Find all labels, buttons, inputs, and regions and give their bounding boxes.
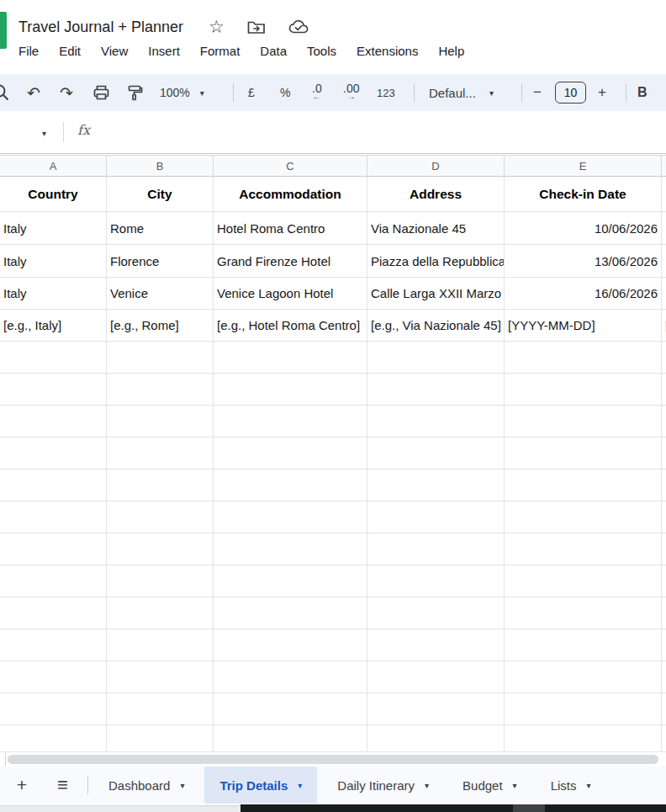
chevron-down-icon[interactable]: ▾ bbox=[586, 781, 590, 790]
cell-C14[interactable] bbox=[214, 597, 367, 629]
cell-E4[interactable]: 16/06/2026 bbox=[505, 278, 662, 310]
cell-C1[interactable]: Accommodation bbox=[214, 177, 367, 212]
cell-F9[interactable] bbox=[662, 438, 666, 470]
cell-C15[interactable] bbox=[214, 629, 367, 661]
cell-D17[interactable] bbox=[367, 693, 505, 725]
menu-item-view[interactable]: View bbox=[101, 44, 128, 58]
cell-A6[interactable] bbox=[0, 342, 107, 374]
cell-E3[interactable]: 13/06/2026 bbox=[505, 245, 662, 278]
cell-D11[interactable] bbox=[367, 502, 505, 533]
cell-E7[interactable] bbox=[505, 374, 662, 406]
cell-E16[interactable] bbox=[505, 661, 662, 693]
cell-A15[interactable] bbox=[0, 629, 107, 661]
cell-B15[interactable] bbox=[107, 629, 214, 661]
add-sheet-button[interactable]: + bbox=[12, 775, 32, 795]
cell-A8[interactable] bbox=[0, 406, 107, 438]
cell-D12[interactable] bbox=[367, 533, 505, 565]
cell-C16[interactable] bbox=[214, 661, 367, 693]
cell-C4[interactable]: Venice Lagoon Hotel bbox=[214, 278, 367, 310]
star-icon[interactable]: ☆ bbox=[209, 19, 225, 35]
font-size-input[interactable]: 10 bbox=[555, 82, 586, 103]
print-icon[interactable] bbox=[92, 74, 110, 111]
cell-E11[interactable] bbox=[505, 502, 662, 533]
cell-E13[interactable] bbox=[505, 565, 662, 597]
cell-C10[interactable] bbox=[214, 470, 367, 502]
cell-D1[interactable]: Address bbox=[367, 177, 505, 212]
cell-E15[interactable] bbox=[505, 629, 662, 661]
cell-C13[interactable] bbox=[214, 565, 367, 597]
sheet-tab-daily-itinerary[interactable]: Daily Itinerary▾ bbox=[324, 766, 442, 804]
decrease-decimals-button[interactable]: .0 ← bbox=[312, 74, 322, 111]
cell-C8[interactable] bbox=[214, 406, 367, 438]
column-header-A[interactable]: A bbox=[0, 155, 107, 177]
font-family-selector[interactable]: Defaul... ▾ bbox=[429, 74, 494, 111]
paint-format-icon[interactable] bbox=[125, 74, 143, 111]
cell-E9[interactable] bbox=[505, 438, 662, 470]
menu-item-insert[interactable]: Insert bbox=[148, 44, 180, 58]
all-sheets-menu-icon[interactable]: ≡ bbox=[50, 774, 74, 796]
cell-D14[interactable] bbox=[367, 597, 505, 629]
chevron-down-icon[interactable]: ▾ bbox=[298, 781, 302, 790]
number-format-button[interactable]: 123 bbox=[377, 74, 395, 111]
cell-F15[interactable] bbox=[662, 629, 666, 661]
cell-A12[interactable] bbox=[0, 533, 107, 565]
cell-F10[interactable] bbox=[662, 470, 666, 502]
cell-D6[interactable] bbox=[367, 342, 505, 374]
cell-B5[interactable]: [e.g., Rome] bbox=[107, 310, 214, 342]
cell-B10[interactable] bbox=[107, 470, 214, 502]
increase-font-size-button[interactable]: + bbox=[598, 74, 606, 111]
cell-D13[interactable] bbox=[367, 565, 505, 597]
cell-E18[interactable] bbox=[505, 725, 662, 751]
cell-B3[interactable]: Florence bbox=[107, 245, 214, 278]
cell-C3[interactable]: Grand Firenze Hotel bbox=[214, 245, 367, 278]
cell-A11[interactable] bbox=[0, 502, 107, 533]
cell-E6[interactable] bbox=[505, 342, 662, 374]
cell-C9[interactable] bbox=[214, 438, 367, 470]
percent-format-button[interactable]: % bbox=[280, 74, 290, 111]
decrease-font-size-button[interactable]: − bbox=[533, 74, 542, 111]
cell-A4[interactable]: Italy bbox=[0, 278, 107, 310]
name-box-caret-icon[interactable]: ▾ bbox=[42, 129, 46, 138]
cell-C5[interactable]: [e.g., Hotel Roma Centro] bbox=[214, 310, 367, 342]
search-icon[interactable] bbox=[0, 74, 10, 111]
cell-D15[interactable] bbox=[367, 629, 505, 661]
cell-C18[interactable] bbox=[214, 725, 367, 751]
sheet-tab-lists[interactable]: Lists▾ bbox=[537, 766, 605, 804]
sheet-tab-budget[interactable]: Budget▾ bbox=[449, 766, 531, 804]
cell-F2[interactable] bbox=[662, 212, 666, 245]
cell-A13[interactable] bbox=[0, 565, 107, 597]
cell-A7[interactable] bbox=[0, 374, 107, 406]
bold-button[interactable]: B bbox=[637, 74, 648, 111]
cell-E12[interactable] bbox=[505, 533, 662, 565]
column-header-C[interactable]: C bbox=[214, 155, 367, 177]
document-title[interactable]: Travel Journal + Planner bbox=[18, 19, 183, 36]
menu-item-tools[interactable]: Tools bbox=[307, 44, 336, 58]
cell-F13[interactable] bbox=[662, 565, 666, 597]
cell-F18[interactable] bbox=[662, 725, 666, 751]
cell-D5[interactable]: [e.g., Via Nazionale 45] bbox=[367, 310, 505, 342]
cell-A1[interactable]: Country bbox=[0, 177, 107, 212]
cell-A18[interactable] bbox=[0, 725, 107, 751]
cell-E1[interactable]: Check-in Date bbox=[505, 177, 662, 212]
cell-D18[interactable] bbox=[367, 725, 505, 751]
cell-A16[interactable] bbox=[0, 661, 107, 693]
cell-F3[interactable] bbox=[662, 245, 666, 278]
menu-item-help[interactable]: Help bbox=[438, 44, 464, 58]
cell-F6[interactable] bbox=[662, 342, 666, 374]
cell-B2[interactable]: Rome bbox=[107, 212, 214, 245]
cell-B11[interactable] bbox=[107, 502, 214, 533]
cell-B7[interactable] bbox=[107, 374, 214, 406]
cell-E10[interactable] bbox=[505, 470, 662, 502]
cell-B9[interactable] bbox=[107, 438, 214, 470]
cell-C11[interactable] bbox=[214, 502, 367, 533]
move-folder-icon[interactable] bbox=[247, 19, 266, 34]
cell-B1[interactable]: City bbox=[107, 177, 214, 212]
cell-F1[interactable] bbox=[662, 177, 666, 212]
cell-E2[interactable]: 10/06/2026 bbox=[505, 212, 662, 245]
menu-item-data[interactable]: Data bbox=[260, 44, 287, 58]
menu-item-edit[interactable]: Edit bbox=[59, 44, 81, 58]
cell-F4[interactable] bbox=[662, 278, 666, 310]
cell-E8[interactable] bbox=[505, 406, 662, 438]
cell-A10[interactable] bbox=[0, 470, 107, 502]
cell-F14[interactable] bbox=[662, 597, 666, 629]
